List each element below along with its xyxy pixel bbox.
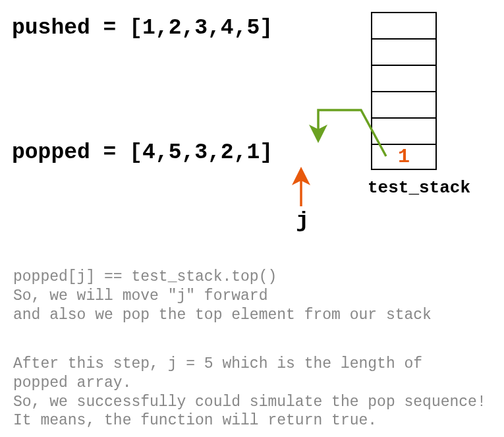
explanation-block-2: After this step, j = 5 which is the leng… bbox=[13, 355, 486, 430]
popped-array-text: popped = [4,5,3,2,1] bbox=[12, 140, 273, 165]
stack-cell bbox=[371, 117, 437, 144]
stack-cell: 1 bbox=[371, 144, 437, 170]
stack-cell bbox=[371, 91, 437, 117]
pushed-array-text: pushed = [1,2,3,4,5] bbox=[12, 16, 273, 40]
stack-cell bbox=[371, 38, 437, 65]
explanation-block-1: popped[j] == test_stack.top() So, we wil… bbox=[13, 268, 432, 324]
test-stack: 1 bbox=[371, 12, 437, 170]
stack-cell bbox=[371, 65, 437, 91]
stack-label: test_stack bbox=[368, 178, 470, 198]
stack-cell bbox=[371, 12, 437, 38]
pointer-j-label: j bbox=[296, 208, 309, 233]
